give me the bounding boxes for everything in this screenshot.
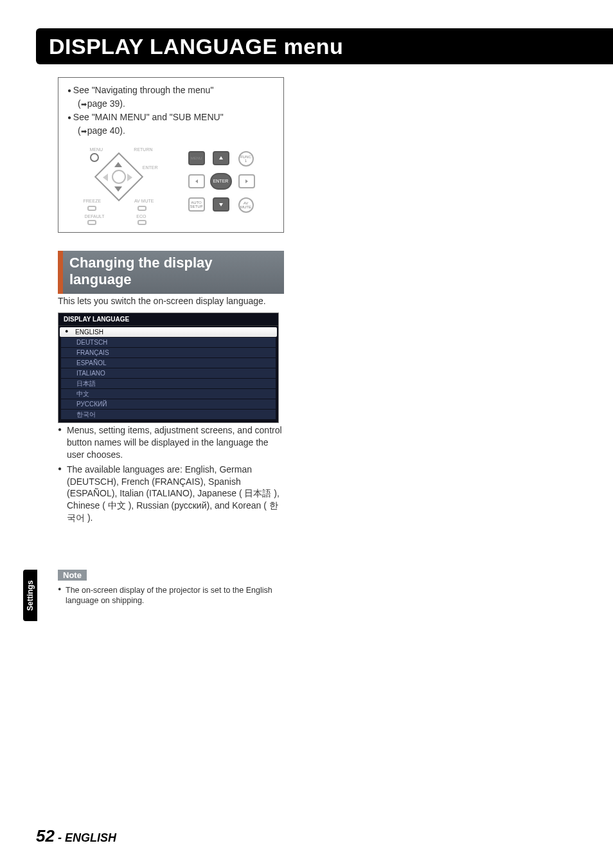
remote-enter-button: ENTER	[210, 173, 232, 190]
body-bullet: Menus, setting items, adjustment screens…	[58, 424, 286, 461]
language-option: 日本語	[61, 379, 276, 388]
remote-avmute-button: AV MUTE	[238, 197, 254, 213]
control-diagrams: MENU RETURN ENTER FREEZE AV MUTE DEFAULT…	[67, 143, 274, 224]
language-option: DEUTSCH	[61, 338, 276, 347]
language-list: ENGLISHDEUTSCHFRANÇAISESPAÑOLITALIANO日本語…	[58, 326, 278, 422]
remote-up-button	[213, 151, 229, 165]
language-option: FRANÇAIS	[61, 348, 276, 357]
arrow-right-icon	[127, 174, 132, 181]
svg-marker-2	[245, 179, 248, 183]
info-line-2b: (page 40).	[67, 125, 274, 137]
svg-marker-3	[219, 203, 223, 206]
note-label: Note	[58, 570, 87, 581]
body-bullet: The available languages are: English, Ge…	[58, 464, 286, 524]
body-bullet-list: Menus, setting items, adjustment screens…	[58, 424, 286, 527]
remote-right-button	[238, 174, 255, 188]
page-footer: 52 - ENGLISH	[36, 826, 116, 846]
language-option: 中文	[61, 389, 276, 399]
info-box: See "Navigating through the menu" (page …	[58, 77, 284, 233]
language-option: ESPAÑOL	[61, 358, 276, 368]
intro-text: This lets you switch the on-screen displ…	[58, 296, 288, 306]
language-option: РУССКИЙ	[61, 399, 276, 409]
menu-button-icon	[90, 153, 99, 162]
display-language-header: DISPLAY LANGUAGE	[58, 313, 278, 326]
svg-marker-0	[219, 156, 223, 159]
remote-left-button	[188, 174, 205, 188]
svg-marker-1	[195, 179, 198, 183]
section-header: Changing the display language	[58, 251, 284, 294]
arrow-left-icon	[103, 174, 108, 181]
page-title: DISPLAY LANGUAGE menu	[49, 34, 343, 59]
remote-menu-button: MENU	[188, 151, 205, 165]
remote-func-button: FUNC 1	[238, 151, 254, 167]
language-option: ENGLISH	[60, 327, 277, 337]
side-tab-settings: Settings	[23, 570, 37, 621]
display-language-panel: DISPLAY LANGUAGE ENGLISHDEUTSCHFRANÇAISE…	[58, 312, 279, 423]
note-text: The on-screen display of the projector i…	[58, 585, 284, 606]
info-line-1: See "Navigating through the menu"	[67, 84, 274, 96]
arrow-up-icon	[114, 162, 122, 167]
remote-auto-button: AUTO SETUP	[188, 197, 205, 212]
note-body: The on-screen display of the projector i…	[58, 585, 284, 606]
page-number: 52	[36, 826, 55, 845]
info-line-2: See "MAIN MENU" and "SUB MENU"	[67, 111, 274, 123]
enter-button-icon	[112, 170, 126, 184]
language-option: ITALIANO	[61, 368, 276, 378]
page-title-bar: DISPLAY LANGUAGE menu	[36, 28, 613, 64]
remote-controls-diagram: MENU FUNC 1 ENTER AUTO SETUP AV MUTE	[184, 149, 262, 219]
info-line-1b: (page 39).	[67, 98, 274, 110]
footer-language: ENGLISH	[65, 831, 116, 844]
projector-controls-diagram: MENU RETURN ENTER FREEZE AV MUTE DEFAULT…	[81, 145, 158, 222]
remote-down-button	[213, 197, 229, 212]
arrow-down-icon	[114, 186, 122, 192]
language-option: 한국어	[61, 410, 276, 419]
